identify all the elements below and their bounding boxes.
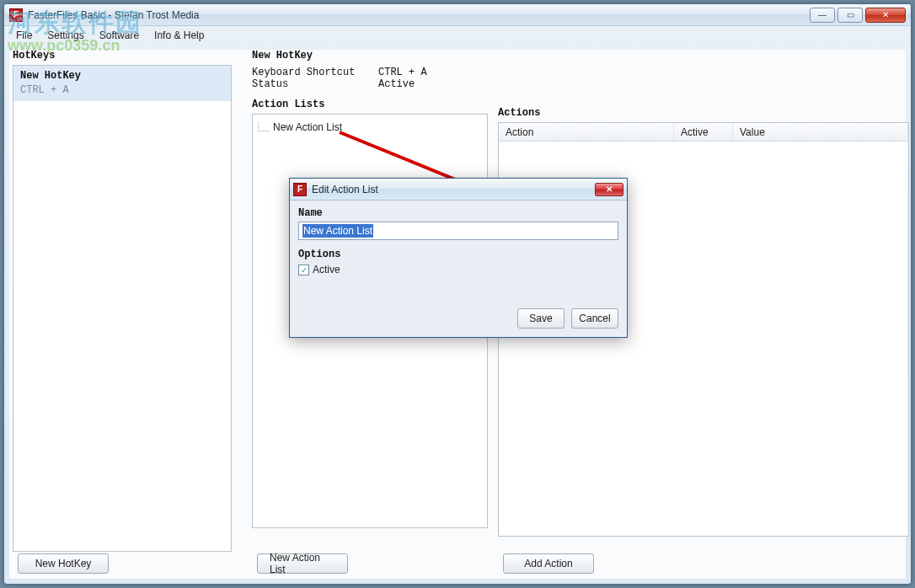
hotkey-list-item[interactable]: New HotKey CTRL + A xyxy=(13,66,231,101)
kv-status-row: Status Active xyxy=(252,78,488,90)
app-icon: F xyxy=(9,8,23,22)
actions-heading: Actions xyxy=(498,107,909,119)
dialog-title: Edit Action List xyxy=(312,184,378,195)
dialog-close-button[interactable]: ✕ xyxy=(595,183,623,196)
cancel-button[interactable]: Cancel xyxy=(571,308,618,329)
active-checkbox-label: Active xyxy=(313,264,340,275)
edit-actionlist-dialog: F Edit Action List ✕ Name New Action Lis… xyxy=(289,178,628,338)
menu-file[interactable]: File xyxy=(9,28,39,43)
hotkey-item-name: New HotKey xyxy=(20,69,224,83)
active-checkbox-row[interactable]: ✓ Active xyxy=(298,264,618,275)
add-action-button[interactable]: Add Action xyxy=(503,553,594,574)
hotkey-item-key: CTRL + A xyxy=(20,83,224,98)
dialog-titlebar[interactable]: F Edit Action List ✕ xyxy=(290,179,627,200)
actions-table-header: Action Active Value xyxy=(499,123,908,142)
menubar: File Settings Software Info & Help xyxy=(4,26,911,45)
kv-keyboard-label: Keyboard Shortcut xyxy=(252,67,378,78)
kv-status-label: Status xyxy=(252,78,378,90)
menu-software[interactable]: Software xyxy=(93,28,146,43)
dialog-app-icon: F xyxy=(293,183,307,196)
dialog-body: Name New Action List Options ✓ Active xyxy=(290,200,627,282)
kv-status-value: Active xyxy=(378,78,415,90)
options-label: Options xyxy=(298,249,618,260)
hotkeys-heading: HotKeys xyxy=(13,50,232,61)
active-checkbox[interactable]: ✓ xyxy=(298,265,309,275)
name-label: Name xyxy=(298,207,618,219)
actionlists-heading: Action Lists xyxy=(252,99,488,110)
name-input-value: New Action List xyxy=(302,224,373,238)
close-button[interactable]: ✕ xyxy=(865,8,906,23)
window-title: FasterFiles Basic - Stefan Trost Media xyxy=(28,9,199,21)
hotkeys-list[interactable]: New HotKey CTRL + A xyxy=(13,65,232,552)
new-hotkey-button[interactable]: New HotKey xyxy=(18,553,109,574)
save-button[interactable]: Save xyxy=(517,308,565,329)
maximize-button[interactable]: ▭ xyxy=(837,8,863,23)
dialog-buttons: Save Cancel xyxy=(517,308,618,329)
kv-keyboard-value: CTRL + A xyxy=(378,67,427,78)
menu-info[interactable]: Info & Help xyxy=(147,28,211,43)
menu-settings[interactable]: Settings xyxy=(40,28,90,43)
col-value[interactable]: Value xyxy=(733,123,908,141)
minimize-button[interactable]: — xyxy=(810,8,835,23)
col-action[interactable]: Action xyxy=(499,123,674,141)
tree-item-actionlist[interactable]: New Action List xyxy=(256,120,484,135)
titlebar[interactable]: F FasterFiles Basic - Stefan Trost Media… xyxy=(4,4,911,26)
kv-keyboard-row: Keyboard Shortcut CTRL + A xyxy=(252,67,488,78)
col-active[interactable]: Active xyxy=(674,123,733,141)
new-hotkey-heading: New HotKey xyxy=(252,50,488,61)
hotkeys-panel: HotKeys New HotKey CTRL + A xyxy=(13,50,232,574)
name-input[interactable]: New Action List xyxy=(298,222,618,240)
window-controls: — ▭ ✕ xyxy=(810,8,906,23)
main-window: F FasterFiles Basic - Stefan Trost Media… xyxy=(3,3,912,585)
new-actionlist-button[interactable]: New Action List xyxy=(257,553,348,574)
